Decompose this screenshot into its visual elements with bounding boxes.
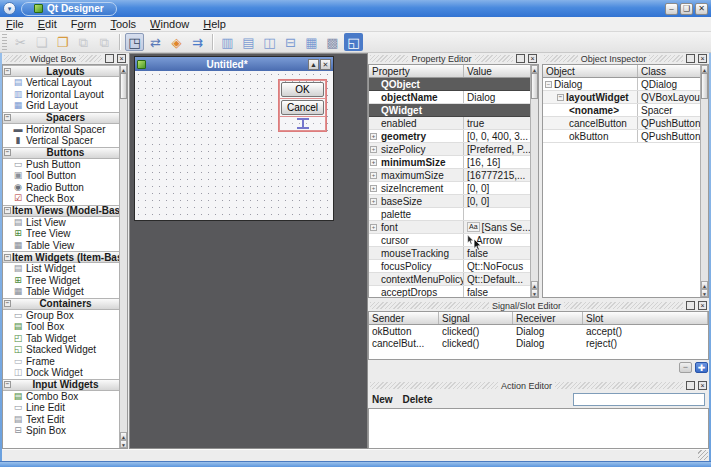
widget-item-vertical-layout[interactable]: ▤Vertical Layout — [3, 77, 119, 89]
property-value[interactable]: Dialog — [464, 91, 530, 103]
property-group-qwidget[interactable]: QWidget — [369, 104, 530, 117]
scroll-up-icon[interactable]: ▲ — [701, 65, 708, 73]
form-canvas[interactable]: OK Cancel — [135, 71, 333, 220]
expand-icon[interactable]: + — [370, 185, 377, 192]
widget-item-check-box[interactable]: ☑Check Box — [3, 193, 119, 205]
inspector-row[interactable]: <noname>Spacer — [543, 104, 700, 117]
property-value[interactable]: Qt::Default... — [464, 273, 530, 285]
edit-signals-slots-mode-button[interactable]: ⇄ — [146, 33, 165, 51]
float-panel-icon[interactable] — [686, 301, 695, 310]
widget-item-tree-view[interactable]: ⊞Tree View — [3, 228, 119, 240]
scroll-up-icon[interactable]: ▲ — [531, 65, 538, 73]
scroll-thumb[interactable] — [120, 73, 127, 99]
expand-icon[interactable]: + — [370, 146, 377, 153]
maximize-button[interactable]: ❑ — [680, 3, 693, 15]
float-panel-icon[interactable] — [686, 381, 695, 390]
property-value[interactable]: true — [464, 117, 530, 129]
widget-item-tool-button[interactable]: ▣Tool Button — [3, 170, 119, 182]
widget-item-stacked-widget[interactable]: ◱Stacked Widget — [3, 344, 119, 356]
widget-item-list-widget[interactable]: ▤List Widget — [3, 263, 119, 275]
layout-vertical-splitter-button[interactable]: ⊟ — [281, 33, 300, 51]
action-list[interactable] — [368, 408, 709, 449]
break-layout-button[interactable]: ▩ — [323, 33, 342, 51]
expand-icon[interactable]: + — [370, 159, 377, 166]
dock-handle[interactable] — [79, 55, 102, 62]
action-filter-input[interactable] — [573, 393, 705, 406]
property-value[interactable]: [16777215,... — [464, 169, 530, 181]
property-value[interactable]: false — [464, 286, 530, 297]
collapse-icon[interactable]: − — [4, 207, 11, 214]
widget-box-category-layouts[interactable]: −Layouts — [3, 65, 119, 77]
window-menu-button[interactable]: ▾ — [3, 2, 16, 15]
edit-buddies-mode-button[interactable]: ◈ — [167, 33, 186, 51]
inspector-row[interactable]: −layoutWidgetQVBoxLayout — [543, 91, 700, 104]
layout-horizontally-button[interactable]: ▥ — [218, 33, 237, 51]
ok-button[interactable]: OK — [281, 82, 324, 97]
float-panel-icon[interactable] — [686, 54, 695, 63]
dock-handle[interactable] — [370, 382, 498, 389]
widget-item-list-view[interactable]: ▤List View — [3, 217, 119, 229]
expand-icon[interactable]: + — [370, 172, 377, 179]
form-close-button[interactable]: ✕ — [320, 59, 331, 70]
menu-item-file[interactable]: File — [6, 18, 24, 30]
column-signal[interactable]: Signal — [439, 312, 513, 324]
delete-action-button[interactable]: Delete — [403, 394, 433, 405]
dock-handle[interactable] — [475, 55, 513, 62]
connection-row[interactable]: okButtonclicked()Dialogaccept() — [369, 325, 708, 337]
cut-button[interactable]: ✂ — [11, 33, 30, 51]
layout-selection-box[interactable]: OK Cancel — [278, 79, 327, 132]
edit-tab-order-mode-button[interactable]: ⇉ — [188, 33, 207, 51]
column-object[interactable]: Object — [543, 65, 638, 77]
close-panel-icon[interactable]: × — [698, 54, 707, 63]
new-action-button[interactable]: New — [372, 394, 393, 405]
widget-item-vertical-spacer[interactable]: ▮Vertical Spacer — [3, 135, 119, 147]
layout-grid-button[interactable]: ▦ — [302, 33, 321, 51]
expand-icon[interactable]: − — [557, 94, 564, 101]
scroll-track[interactable] — [701, 73, 708, 281]
duplicate-button[interactable]: ⧉ — [74, 33, 93, 51]
property-value[interactable] — [464, 208, 530, 220]
scroll-up-icon[interactable]: ▲ — [701, 281, 708, 289]
scroll-thumb[interactable] — [701, 73, 708, 99]
inspector-row[interactable]: cancelButtonQPushButton — [543, 117, 700, 130]
float-panel-icon[interactable] — [516, 54, 525, 63]
menu-item-tools[interactable]: Tools — [110, 18, 136, 30]
inspector-row[interactable]: −DialogQDialog — [543, 78, 700, 91]
collapse-icon[interactable]: − — [4, 68, 11, 75]
widget-item-table-widget[interactable]: ▦Table Widget — [3, 286, 119, 298]
widget-box-category-item-views-model-based-[interactable]: −Item Views (Model-Based) — [3, 205, 119, 217]
paste-button[interactable]: ❐ — [53, 33, 72, 51]
widget-item-horizontal-layout[interactable]: ▥Horizontal Layout — [3, 89, 119, 101]
scroll-track[interactable] — [120, 73, 127, 432]
column-property[interactable]: Property — [369, 65, 464, 77]
close-panel-icon[interactable]: × — [117, 54, 126, 63]
copy-button[interactable]: ❏ — [32, 33, 51, 51]
widget-box-category-item-widgets-item-based-[interactable]: −Item Widgets (Item-Based) — [3, 251, 119, 263]
scroll-down-icon[interactable]: ▼ — [531, 289, 538, 297]
scroll-up-icon[interactable]: ▲ — [120, 432, 127, 440]
menu-item-help[interactable]: Help — [203, 18, 226, 30]
widget-item-text-edit[interactable]: ▤Text Edit — [3, 414, 119, 426]
dock-handle[interactable] — [649, 55, 683, 62]
widget-item-horizontal-spacer[interactable]: ▬Horizontal Spacer — [3, 124, 119, 136]
property-value[interactable]: Qt::NoFocus — [464, 260, 530, 272]
scroll-thumb[interactable] — [531, 73, 538, 99]
expand-icon[interactable]: − — [545, 81, 552, 88]
property-value[interactable]: [16, 16] — [464, 156, 530, 168]
menu-item-window[interactable]: Window — [150, 18, 189, 30]
minimize-button[interactable]: – — [665, 3, 678, 15]
widget-item-line-edit[interactable]: ▭Line Edit — [3, 402, 119, 414]
widget-box-category-buttons[interactable]: −Buttons — [3, 147, 119, 159]
dock-handle[interactable] — [564, 302, 683, 309]
widget-item-spin-box[interactable]: ⊟Spin Box — [3, 425, 119, 437]
form-shade-button[interactable]: ▲ — [308, 59, 319, 70]
expand-icon[interactable]: + — [370, 198, 377, 205]
collapse-icon[interactable]: − — [4, 149, 11, 156]
cancel-button[interactable]: Cancel — [281, 100, 324, 115]
property-value[interactable]: [0, 0, 400, 3... — [464, 130, 530, 142]
property-editor-scrollbar[interactable]: ▲▲▼ — [530, 65, 538, 297]
property-value[interactable]: [Preferred, P... — [464, 143, 530, 155]
menu-item-edit[interactable]: Edit — [38, 18, 57, 30]
connection-row[interactable]: cancelBut...clicked()Dialogreject() — [369, 337, 708, 349]
scroll-up-icon[interactable]: ▲ — [120, 65, 127, 73]
